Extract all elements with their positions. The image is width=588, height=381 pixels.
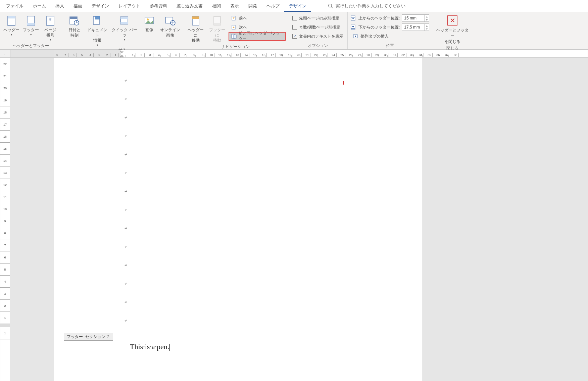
footer-icon bbox=[26, 15, 36, 26]
spin-up-icon[interactable]: ▲ bbox=[425, 15, 429, 18]
goto-header-button[interactable]: ヘッダーに 移動 bbox=[186, 14, 205, 43]
menu-tab-7[interactable]: 差し込み文書 bbox=[172, 0, 207, 12]
group-options: 先頭ページのみ別指定 奇数/偶数ページ別指定 ✓ 文書内のテキストを表示 オプシ… bbox=[288, 12, 348, 49]
checkbox-checked-icon: ✓ bbox=[292, 34, 297, 39]
menu-tab-8[interactable]: 校閲 bbox=[207, 0, 226, 12]
spin-up-icon[interactable]: ▲ bbox=[425, 24, 429, 27]
doc-info-icon bbox=[92, 15, 103, 26]
paragraph-mark bbox=[125, 115, 128, 120]
menu-tab-11[interactable]: ヘルプ bbox=[262, 0, 284, 12]
paragraph-mark bbox=[125, 226, 128, 231]
svg-rect-5 bbox=[27, 23, 35, 26]
tell-me-search[interactable]: 実行したい作業を入力してください bbox=[328, 3, 405, 9]
page-number-button[interactable]: # ページ 番号 ▾ bbox=[42, 14, 59, 42]
search-placeholder: 実行したい作業を入力してください bbox=[336, 3, 405, 9]
svg-rect-25 bbox=[192, 16, 199, 19]
footer-text[interactable]: This·is·a·pen. bbox=[130, 342, 170, 351]
header-from-top-row: 上からのヘッダー位置: 15 mm ▲▼ bbox=[350, 14, 429, 22]
menu-tab-5[interactable]: レイアウト bbox=[114, 0, 145, 12]
paragraph-mark bbox=[125, 96, 128, 102]
close-icon: ✕ bbox=[447, 15, 457, 26]
header-from-top-input[interactable]: 15 mm ▲▼ bbox=[402, 14, 429, 22]
menu-tab-2[interactable]: 挿入 bbox=[51, 0, 69, 12]
menu-tab-1[interactable]: ホーム bbox=[28, 0, 51, 12]
footer-button[interactable]: フッター ▾ bbox=[22, 14, 40, 37]
page bbox=[54, 58, 423, 381]
group-header-footer: ヘッダー ▾ フッター ▾ # ページ 番号 ▾ ヘッダーとフッター bbox=[0, 12, 62, 49]
goto-header-icon bbox=[190, 15, 201, 26]
checkbox-icon bbox=[292, 16, 297, 20]
date-time-icon bbox=[69, 15, 80, 26]
chevron-down-icon: ▾ bbox=[97, 43, 98, 47]
group-navigation: ヘッダーに 移動 フッターに 移動 前へ 次へ 前と同 bbox=[183, 12, 288, 49]
goto-footer-button: フッターに 移動 bbox=[207, 14, 227, 43]
group-position: 上からのヘッダー位置: 15 mm ▲▼ 下からのフッター位置: 17.5 mm… bbox=[348, 12, 432, 49]
different-odd-even-checkbox[interactable]: 奇数/偶数ページ別指定 bbox=[291, 23, 345, 31]
svg-rect-33 bbox=[233, 35, 236, 38]
menu-tab-10[interactable]: 開発 bbox=[244, 0, 262, 12]
chevron-down-icon: ▾ bbox=[124, 38, 126, 42]
chevron-down-icon: ▾ bbox=[30, 33, 32, 37]
spin-down-icon[interactable]: ▼ bbox=[425, 27, 429, 31]
svg-line-1 bbox=[331, 7, 333, 8]
svg-point-0 bbox=[329, 4, 332, 7]
doc-info-button[interactable]: ドキュメント 情報 ▾ bbox=[86, 14, 108, 47]
menu-tab-4[interactable]: デザイン bbox=[87, 0, 114, 12]
paragraph-mark bbox=[125, 244, 128, 249]
date-time-button[interactable]: 日付と 時刻 bbox=[65, 14, 84, 38]
paragraph-mark bbox=[125, 133, 128, 139]
spin-down-icon[interactable]: ▼ bbox=[425, 18, 429, 21]
checkbox-icon bbox=[292, 25, 297, 30]
online-picture-button[interactable]: オンライン 画像 bbox=[160, 14, 180, 38]
paragraph-mark bbox=[125, 189, 128, 194]
document-workspace: ⌐ 87654321123456789101112131415161718192… bbox=[0, 50, 588, 381]
show-document-text-checkbox[interactable]: ✓ 文書内のテキストを表示 bbox=[291, 32, 345, 40]
svg-rect-44 bbox=[120, 57, 123, 57]
paragraph-mark bbox=[125, 263, 128, 268]
menu-tab-9[interactable]: 表示 bbox=[226, 0, 244, 12]
quick-parts-icon bbox=[119, 15, 130, 26]
goto-footer-icon bbox=[212, 15, 223, 26]
chevron-down-icon: ▾ bbox=[50, 38, 51, 42]
previous-button[interactable]: 前へ bbox=[229, 14, 285, 22]
footer-from-bottom-input[interactable]: 17.5 mm ▲▼ bbox=[402, 23, 429, 31]
svg-rect-16 bbox=[120, 17, 128, 19]
tab-stop-selector[interactable]: ⌐ bbox=[0, 50, 10, 58]
document-area[interactable]: フッター -セクション 2- This·is·a·pen. bbox=[10, 58, 588, 381]
search-icon bbox=[328, 3, 333, 8]
horizontal-ruler[interactable]: 8765432112345678910111213141516171819202… bbox=[10, 50, 588, 58]
svg-rect-17 bbox=[120, 22, 128, 24]
picture-button[interactable]: 画像 bbox=[141, 14, 158, 33]
paragraph-mark bbox=[125, 152, 128, 157]
header-position-icon bbox=[350, 15, 356, 21]
insert-alignment-tab-button[interactable]: 整列タブの挿入 bbox=[350, 32, 429, 40]
menu-tab-12[interactable]: デザイン bbox=[284, 0, 311, 12]
red-marker bbox=[343, 81, 344, 85]
footer-position-icon bbox=[350, 24, 356, 30]
svg-rect-27 bbox=[214, 23, 220, 25]
picture-icon bbox=[144, 15, 155, 26]
menu-tab-0[interactable]: ファイル bbox=[1, 0, 28, 12]
menu-tab-6[interactable]: 参考資料 bbox=[145, 0, 172, 12]
page-number-icon: # bbox=[45, 15, 56, 26]
text-cursor bbox=[169, 344, 170, 351]
paragraph-mark bbox=[125, 299, 128, 305]
align-tab-icon bbox=[352, 33, 358, 39]
vertical-ruler[interactable]: 222120191817161514131211109876543211 bbox=[0, 58, 10, 381]
paragraph-mark bbox=[125, 170, 128, 176]
group-close: ✕ ヘッダーとフッター を閉じる 閉じる bbox=[432, 12, 473, 49]
next-button[interactable]: 次へ bbox=[229, 23, 285, 31]
svg-rect-3 bbox=[8, 16, 15, 18]
close-header-footer-button[interactable]: ✕ ヘッダーとフッター を閉じる bbox=[436, 14, 469, 45]
link-to-previous-button[interactable]: 前と同じヘッダー/フッター bbox=[229, 32, 285, 40]
menu-tab-3[interactable]: 描画 bbox=[69, 0, 87, 12]
svg-rect-9 bbox=[70, 17, 77, 19]
quick-parts-button[interactable]: クイック パーツ ▾ bbox=[110, 14, 139, 42]
footer-section-tab: フッター -セクション 2- bbox=[64, 333, 113, 341]
header-button[interactable]: ヘッダー ▾ bbox=[3, 14, 20, 37]
footer-from-bottom-row: 下からのフッター位置: 17.5 mm ▲▼ bbox=[350, 23, 429, 31]
group-insert: 日付と 時刻 ドキュメント 情報 ▾ クイック パーツ ▾ 画 bbox=[62, 12, 183, 49]
previous-icon bbox=[231, 15, 237, 21]
different-first-page-checkbox[interactable]: 先頭ページのみ別指定 bbox=[291, 14, 345, 22]
svg-point-19 bbox=[147, 18, 149, 20]
